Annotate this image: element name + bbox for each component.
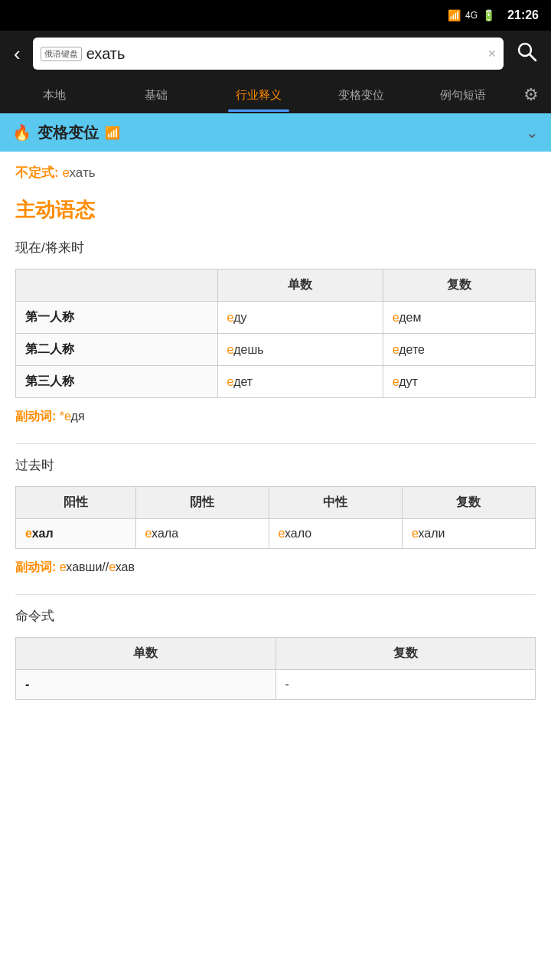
plural-3: едут bbox=[383, 366, 535, 398]
content-area: 🔥 变格变位 📶 ⌄ 不定式: ехать 主动语态 现在/将来时 单数 复数 bbox=[0, 113, 551, 980]
col-plur: 复数 bbox=[402, 487, 535, 519]
voice-heading: 主动语态 bbox=[15, 197, 536, 224]
clock: 21:26 bbox=[507, 8, 539, 22]
section-header[interactable]: 🔥 变格变位 📶 ⌄ bbox=[0, 113, 551, 152]
s2-rest: дешь bbox=[233, 343, 263, 356]
chevron-down-icon[interactable]: ⌄ bbox=[526, 123, 539, 142]
past-fem: ехала bbox=[135, 519, 269, 549]
back-button[interactable]: ‹ bbox=[8, 39, 27, 69]
tab-conjugation[interactable]: 变格变位 bbox=[310, 79, 412, 112]
plural-1: едем bbox=[383, 302, 535, 334]
clear-button[interactable]: × bbox=[487, 46, 496, 62]
search-bar: ‹ 俄语键盘 ехать × bbox=[0, 31, 551, 77]
search-input-wrapper[interactable]: 俄语键盘 ехать × bbox=[33, 38, 504, 70]
fem-rest: хала bbox=[152, 527, 178, 540]
p2-prefix: е bbox=[393, 343, 399, 356]
s3-prefix: е bbox=[227, 375, 234, 388]
tab-basic[interactable]: 基础 bbox=[106, 79, 208, 112]
person-3: 第三人称 bbox=[16, 366, 218, 398]
p1-prefix: е bbox=[393, 311, 399, 324]
p1-rest: дем bbox=[399, 311, 421, 324]
p3-prefix: е bbox=[393, 375, 399, 388]
part-past-rest1: хавши// bbox=[66, 560, 109, 573]
fire-icon: 🔥 bbox=[12, 123, 31, 142]
infinitive-label: 不定式: bbox=[15, 165, 59, 180]
search-button[interactable] bbox=[510, 38, 543, 70]
table-row: ехал ехала ехало ехали bbox=[16, 519, 536, 549]
imp-singular: - bbox=[16, 670, 276, 700]
infinitive-line: 不定式: ехать bbox=[15, 164, 536, 181]
section-header-title: 🔥 变格变位 📶 bbox=[12, 122, 120, 143]
table-row: 第二人称 едешь едете bbox=[16, 334, 536, 366]
nav-tabs: 本地 基础 行业释义 变格变位 例句短语 ⚙ bbox=[0, 77, 551, 113]
masc-prefix: е bbox=[25, 527, 32, 540]
table-row: 第三人称 едет едут bbox=[16, 366, 536, 398]
plural-2: едете bbox=[383, 334, 535, 366]
present-future-table: 单数 复数 第一人称 еду едем 第二人称 едешь едете 第三人… bbox=[15, 269, 536, 398]
wifi-icon: 📶 bbox=[448, 9, 461, 21]
imperative-label: 命令式 bbox=[15, 607, 536, 625]
past-neut: ехало bbox=[269, 519, 402, 549]
status-icons: 📶 4G 🔋 bbox=[448, 9, 495, 21]
part-past-prefix2: е bbox=[109, 560, 116, 573]
neut-rest: хало bbox=[285, 527, 311, 540]
search-input[interactable]: ехать bbox=[86, 45, 488, 63]
imp-plural: - bbox=[276, 670, 536, 700]
plur-rest: хали bbox=[418, 527, 445, 540]
table-row: - - bbox=[16, 670, 536, 700]
singular-1: еду bbox=[217, 302, 383, 334]
p2-rest: дете bbox=[399, 343, 425, 356]
col-fem: 阴性 bbox=[135, 487, 269, 519]
imperative-table: 单数 复数 - - bbox=[15, 637, 536, 700]
col-masc: 阳性 bbox=[16, 487, 136, 519]
past-table: 阳性 阴性 中性 复数 ехал ехала ехало ехали bbox=[15, 486, 536, 549]
s1-rest: ду bbox=[233, 311, 246, 324]
col-header-plural: 复数 bbox=[383, 270, 535, 302]
signal-text: 4G bbox=[465, 10, 478, 21]
col-neut: 中性 bbox=[269, 487, 402, 519]
person-2: 第二人称 bbox=[16, 334, 218, 366]
main-content: 不定式: ехать 主动语态 现在/将来时 单数 复数 第一人称 еду ед… bbox=[0, 152, 551, 723]
past-masc: ехал bbox=[16, 519, 136, 549]
imp-col-plural: 复数 bbox=[276, 638, 536, 670]
infinitive-prefix: е bbox=[62, 165, 69, 180]
col-header-singular: 单数 bbox=[217, 270, 383, 302]
settings-icon[interactable]: ⚙ bbox=[514, 79, 548, 111]
infinitive-rest: хать bbox=[70, 165, 96, 180]
keyboard-tag: 俄语键盘 bbox=[41, 47, 82, 61]
past-plur: ехали bbox=[402, 519, 535, 549]
present-future-label: 现在/将来时 bbox=[15, 239, 536, 256]
masc-rest: хал bbox=[32, 527, 54, 540]
person-1: 第一人称 bbox=[16, 302, 218, 334]
tab-examples[interactable]: 例句短语 bbox=[412, 79, 514, 112]
tab-industry[interactable]: 行业释义 bbox=[207, 79, 310, 112]
participle-label-1: 副动词: bbox=[15, 410, 56, 423]
part-rest-1: дя bbox=[71, 410, 85, 423]
s1-prefix: е bbox=[227, 311, 234, 324]
participle-present-line: 副动词: *едя bbox=[15, 409, 536, 425]
tab-local[interactable]: 本地 bbox=[3, 79, 106, 112]
participle-label-2: 副动词: bbox=[15, 560, 56, 573]
fem-prefix: е bbox=[145, 527, 152, 540]
divider-1 bbox=[15, 443, 536, 444]
part-prefix-1: *е bbox=[60, 410, 71, 423]
col-header-empty bbox=[16, 270, 218, 302]
s2-prefix: е bbox=[227, 343, 234, 356]
singular-3: едет bbox=[217, 366, 383, 398]
neut-prefix: е bbox=[279, 527, 285, 540]
table-row: 第一人称 еду едем bbox=[16, 302, 536, 334]
s3-rest: дет bbox=[233, 375, 253, 388]
part-past-rest2: хав bbox=[116, 560, 135, 573]
svg-line-1 bbox=[530, 54, 536, 60]
section-title-text: 变格变位 bbox=[37, 122, 99, 143]
divider-2 bbox=[15, 594, 536, 595]
singular-2: едешь bbox=[217, 334, 383, 366]
status-bar: 📶 4G 🔋 21:26 bbox=[0, 0, 551, 31]
past-tense-label: 过去时 bbox=[15, 456, 536, 474]
wifi-small-icon: 📶 bbox=[105, 126, 120, 140]
participle-past-line: 副动词: ехавши//ехав bbox=[15, 560, 536, 576]
p3-rest: дут bbox=[399, 375, 418, 388]
imp-col-singular: 单数 bbox=[16, 638, 276, 670]
battery-icon: 🔋 bbox=[482, 9, 495, 21]
